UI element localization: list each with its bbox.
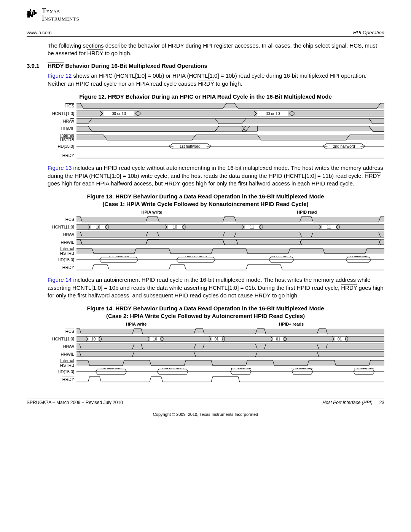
svg-text:1st halfword: 1st halfword — [108, 256, 129, 258]
svg-text:01: 01 — [338, 337, 342, 341]
figure-13-intro: Figure 13 includes an HPID read cycle wi… — [48, 164, 384, 187]
sig-hstrb: InternalHSTRB — [48, 133, 76, 142]
svg-rect-19 — [76, 224, 384, 230]
svg-text:1st halfword: 1st halfword — [270, 256, 291, 258]
figure-14-link[interactable]: Figure 14 — [48, 276, 72, 283]
svg-rect-49 — [76, 351, 384, 357]
svg-rect-2 — [33, 11, 34, 14]
svg-rect-36 — [76, 329, 384, 334]
sig-hcs: HCS — [65, 104, 74, 108]
svg-rect-50 — [76, 360, 384, 366]
svg-rect-28 — [76, 232, 384, 237]
footer-doc-title: Host Port Interface (HPI)23 — [322, 400, 384, 405]
svg-text:2nd halfword: 2nd halfword — [185, 256, 207, 258]
page-number: 23 — [379, 400, 384, 405]
ti-chip-icon — [27, 8, 40, 20]
svg-text:01: 01 — [276, 337, 280, 341]
header-row: www.ti.com HPI Operation — [27, 30, 384, 37]
svg-text:1st halfword: 1st halfword — [180, 145, 200, 149]
header-section: HPI Operation — [353, 30, 384, 35]
footer-top: SPRUGK7A – March 2009 – Revised July 201… — [27, 398, 384, 405]
svg-text:2nd halfword: 2nd halfword — [346, 256, 368, 258]
svg-rect-30 — [76, 248, 384, 254]
header-url: www.ti.com — [27, 30, 52, 35]
svg-text:11: 11 — [250, 225, 255, 229]
ti-logo: Texas Instruments — [27, 8, 384, 22]
figure-12-diagram: HCS HCNTL[1:0] 00 or 10 00 or 10 HR/W — [48, 102, 384, 159]
intro-paragraph: The following sections describe the beha… — [48, 42, 384, 58]
figure-12-link[interactable]: Figure 12 — [48, 72, 72, 79]
figure-13-caption: Figure 13. HRDY Behavior During a Data R… — [27, 193, 384, 208]
svg-text:00 or 10: 00 or 10 — [112, 112, 126, 116]
svg-text:10: 10 — [91, 337, 96, 341]
svg-text:00 or 10: 00 or 10 — [266, 112, 280, 116]
footer-docid: SPRUGK7A – March 2009 – Revised July 201… — [27, 400, 123, 405]
page: Texas Instruments www.ti.com HPI Operati… — [0, 0, 411, 432]
svg-rect-29 — [76, 240, 384, 245]
sig-hd: HD[15:0] — [48, 144, 76, 149]
svg-text:1st halfword: 1st halfword — [231, 368, 251, 370]
svg-text:2nd halfword: 2nd halfword — [292, 368, 314, 370]
figure-13-diagram: HPIA write HPID read HCS HCNTL[1:0] — [48, 210, 384, 271]
svg-text:1st halfword: 1st halfword — [101, 368, 121, 370]
svg-rect-9 — [76, 118, 384, 124]
svg-rect-10 — [76, 126, 384, 131]
svg-rect-1 — [30, 11, 33, 12]
section-number: 3.9.1 — [27, 62, 40, 69]
svg-text:2nd halfword: 2nd halfword — [162, 368, 184, 370]
svg-rect-48 — [76, 344, 384, 349]
section-paragraph-1: Figure 12 shows an HPIC (HCNTL[1:0] = 00… — [48, 72, 384, 88]
section-heading: 3.9.1 HRDY Behavior During 16-Bit Multip… — [27, 62, 384, 69]
svg-text:10: 10 — [96, 225, 100, 229]
svg-rect-18 — [76, 217, 384, 222]
svg-rect-3 — [76, 103, 384, 109]
figure-14-diagram: HPIA write HPID+ reads HCS HCNTL[1:0] 10… — [48, 322, 384, 383]
footer-copyright: Copyright © 2009–2010, Texas Instruments… — [27, 412, 384, 417]
section-title: HRDY Behavior During 16-Bit Multiplexed … — [48, 62, 207, 69]
svg-text:1st halfword: 1st halfword — [354, 368, 374, 370]
figure-14-caption: Figure 14. HRDY Behavior During a Data R… — [27, 305, 384, 320]
logo-line1: Texas — [42, 8, 79, 15]
figure-13-link[interactable]: Figure 13 — [48, 165, 72, 171]
svg-text:10: 10 — [153, 337, 158, 341]
logo-line2: Instruments — [42, 15, 79, 22]
ti-logo-text: Texas Instruments — [42, 8, 79, 22]
svg-text:2nd halfword: 2nd halfword — [333, 145, 355, 149]
svg-text:01: 01 — [214, 337, 219, 341]
sig-hrw: HR/W — [48, 119, 76, 123]
sig-hrdy: HRDY — [62, 153, 74, 158]
sig-hhwil: HHWIL — [48, 126, 76, 131]
svg-rect-11 — [76, 135, 384, 140]
figure-12-caption: Figure 12. HRDY Behavior During an HPIC … — [27, 93, 384, 101]
svg-text:10: 10 — [173, 225, 177, 229]
sig-hcntl: HCNTL[1:0] — [48, 111, 76, 116]
figure-14-intro: Figure 14 includes an autoincrement HPID… — [48, 276, 384, 299]
svg-text:11: 11 — [327, 225, 331, 229]
